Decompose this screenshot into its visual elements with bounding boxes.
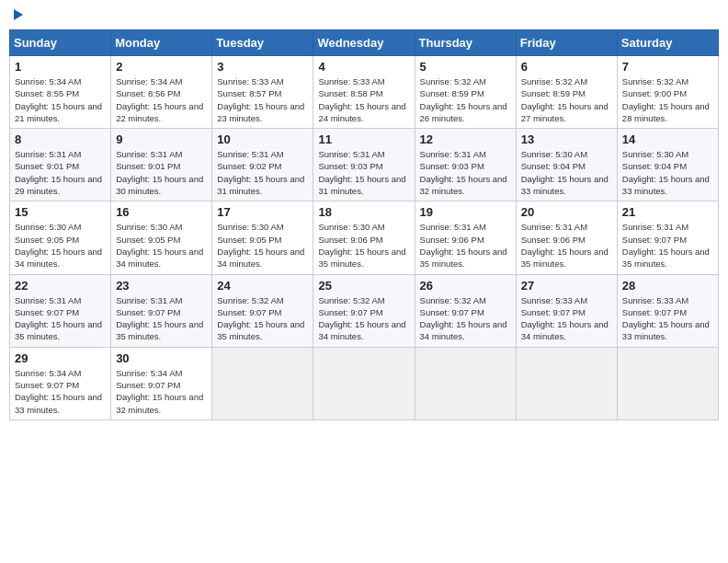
calendar-cell: 15Sunrise: 5:30 AMSunset: 9:05 PMDayligh… [10, 201, 111, 274]
calendar-cell: 4Sunrise: 5:33 AMSunset: 8:58 PMDaylight… [313, 56, 415, 129]
day-info: Sunrise: 5:31 AMSunset: 9:06 PMDaylight:… [521, 221, 612, 270]
day-number: 17 [217, 205, 308, 219]
day-number: 24 [217, 279, 308, 293]
day-number: 2 [116, 60, 207, 74]
calendar-cell: 5Sunrise: 5:32 AMSunset: 8:59 PMDaylight… [415, 56, 516, 129]
day-number: 14 [622, 132, 713, 146]
day-number: 10 [217, 132, 308, 146]
day-number: 4 [318, 60, 409, 74]
calendar-week-3: 15Sunrise: 5:30 AMSunset: 9:05 PMDayligh… [10, 201, 719, 274]
day-info: Sunrise: 5:34 AMSunset: 9:07 PMDaylight:… [116, 367, 207, 416]
calendar-cell: 7Sunrise: 5:32 AMSunset: 9:00 PMDaylight… [617, 56, 718, 129]
day-number: 19 [420, 205, 511, 219]
day-number: 27 [521, 279, 612, 293]
calendar-cell: 16Sunrise: 5:30 AMSunset: 9:05 PMDayligh… [111, 201, 212, 274]
day-info: Sunrise: 5:31 AMSunset: 9:07 PMDaylight:… [15, 294, 106, 343]
calendar-cell: 10Sunrise: 5:31 AMSunset: 9:02 PMDayligh… [212, 129, 313, 201]
calendar-cell: 11Sunrise: 5:31 AMSunset: 9:03 PMDayligh… [313, 129, 415, 201]
calendar-cell: 18Sunrise: 5:30 AMSunset: 9:06 PMDayligh… [313, 201, 415, 274]
day-number: 12 [420, 132, 511, 146]
day-number: 23 [116, 279, 207, 293]
day-info: Sunrise: 5:30 AMSunset: 9:05 PMDaylight:… [15, 221, 106, 270]
calendar-week-4: 22Sunrise: 5:31 AMSunset: 9:07 PMDayligh… [10, 274, 719, 347]
day-number: 1 [15, 60, 106, 74]
day-info: Sunrise: 5:34 AMSunset: 9:07 PMDaylight:… [15, 367, 106, 416]
calendar-week-5: 29Sunrise: 5:34 AMSunset: 9:07 PMDayligh… [10, 347, 719, 419]
day-info: Sunrise: 5:32 AMSunset: 9:07 PMDaylight:… [318, 294, 409, 343]
day-number: 28 [622, 279, 713, 293]
day-number: 11 [318, 132, 409, 146]
weekday-header-thursday: Thursday [415, 30, 516, 56]
calendar-cell [313, 347, 415, 419]
calendar-cell: 17Sunrise: 5:30 AMSunset: 9:05 PMDayligh… [212, 201, 313, 274]
calendar-cell: 2Sunrise: 5:34 AMSunset: 8:56 PMDaylight… [111, 56, 212, 129]
calendar-cell: 14Sunrise: 5:30 AMSunset: 9:04 PMDayligh… [617, 129, 718, 201]
calendar-cell: 26Sunrise: 5:32 AMSunset: 9:07 PMDayligh… [415, 274, 516, 347]
calendar-table: SundayMondayTuesdayWednesdayThursdayFrid… [9, 29, 719, 420]
day-info: Sunrise: 5:31 AMSunset: 9:01 PMDaylight:… [116, 148, 207, 197]
day-number: 18 [318, 205, 409, 219]
calendar-cell: 20Sunrise: 5:31 AMSunset: 9:06 PMDayligh… [516, 201, 617, 274]
day-number: 3 [217, 60, 308, 74]
calendar-header-row: SundayMondayTuesdayWednesdayThursdayFrid… [10, 30, 719, 56]
weekday-header-friday: Friday [516, 30, 617, 56]
calendar-cell: 1Sunrise: 5:34 AMSunset: 8:55 PMDaylight… [10, 56, 111, 129]
day-info: Sunrise: 5:31 AMSunset: 9:07 PMDaylight:… [622, 221, 713, 270]
calendar-cell: 13Sunrise: 5:30 AMSunset: 9:04 PMDayligh… [516, 129, 617, 201]
day-number: 26 [420, 279, 511, 293]
calendar-cell [415, 347, 516, 419]
calendar-cell [212, 347, 313, 419]
calendar-cell: 12Sunrise: 5:31 AMSunset: 9:03 PMDayligh… [415, 129, 516, 201]
day-number: 13 [521, 132, 612, 146]
weekday-header-sunday: Sunday [10, 30, 111, 56]
day-info: Sunrise: 5:30 AMSunset: 9:05 PMDaylight:… [116, 221, 207, 270]
day-info: Sunrise: 5:32 AMSunset: 8:59 PMDaylight:… [420, 75, 511, 124]
calendar-cell [617, 347, 718, 419]
day-info: Sunrise: 5:31 AMSunset: 9:02 PMDaylight:… [217, 148, 308, 197]
day-info: Sunrise: 5:32 AMSunset: 9:07 PMDaylight:… [217, 294, 308, 343]
calendar-cell: 9Sunrise: 5:31 AMSunset: 9:01 PMDaylight… [111, 129, 212, 201]
day-number: 29 [15, 351, 106, 365]
day-info: Sunrise: 5:33 AMSunset: 8:57 PMDaylight:… [217, 75, 308, 124]
logo-triangle-icon [10, 7, 25, 22]
calendar-cell: 21Sunrise: 5:31 AMSunset: 9:07 PMDayligh… [617, 201, 718, 274]
day-info: Sunrise: 5:31 AMSunset: 9:01 PMDaylight:… [15, 148, 106, 197]
calendar-cell: 6Sunrise: 5:32 AMSunset: 8:59 PMDaylight… [516, 56, 617, 129]
calendar-cell: 23Sunrise: 5:31 AMSunset: 9:07 PMDayligh… [111, 274, 212, 347]
calendar-cell: 29Sunrise: 5:34 AMSunset: 9:07 PMDayligh… [10, 347, 111, 419]
calendar-cell: 3Sunrise: 5:33 AMSunset: 8:57 PMDaylight… [212, 56, 313, 129]
day-number: 20 [521, 205, 612, 219]
weekday-header-wednesday: Wednesday [313, 30, 415, 56]
weekday-header-saturday: Saturday [617, 30, 718, 56]
weekday-header-monday: Monday [111, 30, 212, 56]
day-number: 25 [318, 279, 409, 293]
day-number: 9 [116, 132, 207, 146]
day-number: 21 [622, 205, 713, 219]
day-info: Sunrise: 5:34 AMSunset: 8:56 PMDaylight:… [116, 75, 207, 124]
calendar-cell: 19Sunrise: 5:31 AMSunset: 9:06 PMDayligh… [415, 201, 516, 274]
calendar-cell [516, 347, 617, 419]
day-info: Sunrise: 5:32 AMSunset: 9:07 PMDaylight:… [420, 294, 511, 343]
day-number: 30 [116, 351, 207, 365]
day-info: Sunrise: 5:31 AMSunset: 9:03 PMDaylight:… [420, 148, 511, 197]
day-info: Sunrise: 5:34 AMSunset: 8:55 PMDaylight:… [15, 75, 106, 124]
day-info: Sunrise: 5:30 AMSunset: 9:04 PMDaylight:… [622, 148, 713, 197]
day-number: 7 [622, 60, 713, 74]
day-number: 6 [521, 60, 612, 74]
day-info: Sunrise: 5:31 AMSunset: 9:06 PMDaylight:… [420, 221, 511, 270]
day-info: Sunrise: 5:33 AMSunset: 8:58 PMDaylight:… [318, 75, 409, 124]
calendar-week-1: 1Sunrise: 5:34 AMSunset: 8:55 PMDaylight… [10, 56, 719, 129]
weekday-header-tuesday: Tuesday [212, 30, 313, 56]
day-number: 15 [15, 205, 106, 219]
day-number: 22 [15, 279, 106, 293]
calendar-cell: 22Sunrise: 5:31 AMSunset: 9:07 PMDayligh… [10, 274, 111, 347]
page-header [9, 9, 719, 22]
calendar-week-2: 8Sunrise: 5:31 AMSunset: 9:01 PMDaylight… [10, 129, 719, 201]
svg-marker-0 [14, 9, 23, 20]
day-info: Sunrise: 5:30 AMSunset: 9:05 PMDaylight:… [217, 221, 308, 270]
day-info: Sunrise: 5:32 AMSunset: 8:59 PMDaylight:… [521, 75, 612, 124]
calendar-cell: 24Sunrise: 5:32 AMSunset: 9:07 PMDayligh… [212, 274, 313, 347]
calendar-cell: 8Sunrise: 5:31 AMSunset: 9:01 PMDaylight… [10, 129, 111, 201]
logo [9, 9, 25, 22]
calendar-cell: 28Sunrise: 5:33 AMSunset: 9:07 PMDayligh… [617, 274, 718, 347]
